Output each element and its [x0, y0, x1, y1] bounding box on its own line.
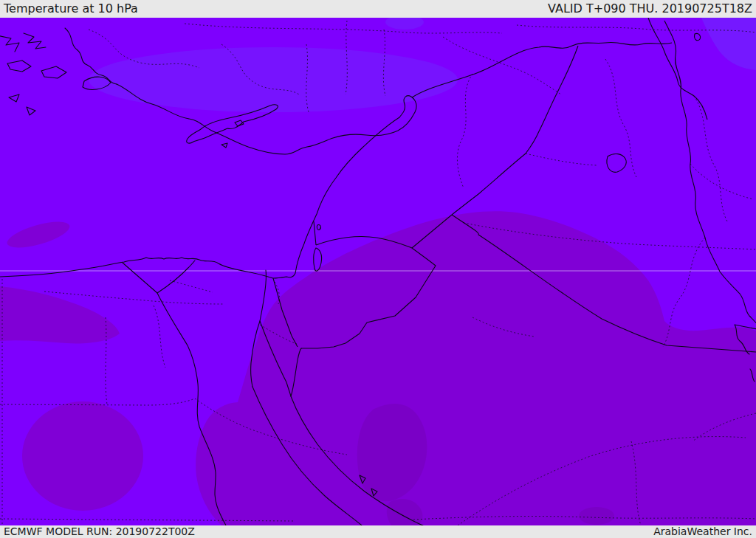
valid-time-label: VALID T+090 THU. 20190725T18Z	[548, 0, 752, 18]
app-window: Temperature at 10 hPa VALID T+090 THU. 2…	[0, 0, 756, 538]
map-title: Temperature at 10 hPa	[4, 0, 138, 18]
temp-blob-southwest	[22, 401, 143, 511]
temp-blob-bottomright	[579, 507, 614, 525]
temperature-map-svg	[0, 18, 756, 525]
temp-patch-west-turkey	[89, 47, 458, 112]
model-run-label: ECMWF MODEL RUN: 20190722T00Z	[4, 525, 195, 538]
weather-map-canvas	[0, 18, 756, 525]
header-bar: Temperature at 10 hPa VALID T+090 THU. 2…	[0, 0, 756, 18]
footer-bar: ECMWF MODEL RUN: 20190722T00Z ArabiaWeat…	[0, 525, 756, 538]
credit-label: ArabiaWeather Inc.	[653, 525, 752, 538]
